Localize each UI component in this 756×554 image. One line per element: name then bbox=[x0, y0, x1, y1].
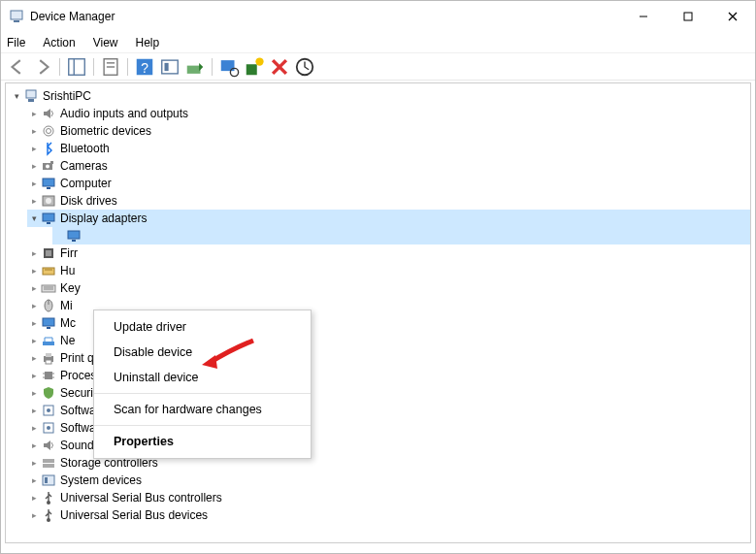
expander-icon[interactable] bbox=[27, 213, 41, 223]
tree-category[interactable]: Bluetooth bbox=[27, 140, 750, 157]
expander-icon[interactable] bbox=[27, 336, 41, 345]
window-title: Device Manager bbox=[30, 10, 621, 23]
expander-icon[interactable] bbox=[10, 91, 23, 101]
fingerprint-icon bbox=[41, 123, 56, 139]
expander-icon[interactable] bbox=[27, 161, 41, 171]
tree-root[interactable]: SrishtiPC bbox=[10, 87, 750, 105]
svg-point-61 bbox=[47, 426, 50, 430]
expander-icon[interactable] bbox=[27, 388, 41, 398]
expander-icon[interactable] bbox=[27, 371, 41, 380]
svg-point-28 bbox=[46, 165, 49, 169]
scan-hardware-button[interactable] bbox=[218, 56, 240, 78]
device-tree[interactable]: SrishtiPCAudio inputs and outputsBiometr… bbox=[6, 83, 750, 528]
tree-category[interactable]: System devices bbox=[27, 472, 750, 489]
bluetooth-icon bbox=[41, 141, 56, 156]
svg-rect-39 bbox=[46, 250, 51, 256]
tree-category[interactable]: Computer bbox=[27, 175, 750, 192]
toolbar-sep bbox=[59, 58, 60, 76]
maximize-button[interactable] bbox=[666, 1, 710, 32]
svg-rect-47 bbox=[43, 318, 54, 326]
expander-icon[interactable] bbox=[27, 248, 41, 258]
toolbar-sep bbox=[93, 58, 94, 76]
menu-file[interactable]: File bbox=[7, 36, 25, 49]
expander-icon[interactable] bbox=[27, 423, 41, 433]
toolbar-sep bbox=[127, 58, 128, 76]
menu-view[interactable]: View bbox=[93, 36, 118, 49]
tree-node-label: Display adapters bbox=[60, 212, 147, 225]
context-menu-item[interactable]: Uninstall device bbox=[94, 365, 311, 390]
uninstall-button[interactable] bbox=[269, 56, 290, 78]
tree-node-label: SrishtiPC bbox=[43, 89, 91, 103]
context-menu-item[interactable]: Properties bbox=[94, 429, 311, 454]
tree-category[interactable]: Display adapters bbox=[27, 210, 750, 227]
expander-icon[interactable] bbox=[27, 283, 41, 293]
menu-help[interactable]: Help bbox=[136, 36, 160, 49]
close-button[interactable] bbox=[710, 1, 755, 32]
svg-rect-14 bbox=[165, 62, 169, 70]
expander-icon[interactable] bbox=[27, 440, 41, 450]
svg-rect-3 bbox=[684, 13, 692, 20]
context-menu-item[interactable]: Scan for hardware changes bbox=[94, 397, 311, 422]
context-menu-item[interactable]: Update driver bbox=[94, 314, 311, 340]
tree-node-label: Firr bbox=[60, 246, 99, 260]
tree-device[interactable] bbox=[52, 227, 750, 244]
add-legacy-button[interactable] bbox=[244, 56, 265, 78]
svg-point-66 bbox=[47, 501, 50, 505]
tree-category[interactable]: Universal Serial Bus controllers bbox=[27, 489, 750, 506]
disable-device-button[interactable] bbox=[294, 56, 315, 78]
svg-rect-64 bbox=[43, 475, 54, 485]
expander-icon[interactable] bbox=[27, 353, 41, 363]
usb-icon bbox=[41, 490, 56, 505]
expander-icon[interactable] bbox=[27, 126, 41, 136]
tree-category[interactable]: Firr bbox=[27, 244, 750, 262]
menu-action[interactable]: Action bbox=[43, 36, 75, 49]
speaker-icon bbox=[41, 106, 56, 121]
forward-button[interactable] bbox=[32, 56, 53, 78]
back-button[interactable] bbox=[7, 56, 28, 78]
update-drivers-button[interactable] bbox=[184, 56, 206, 78]
svg-rect-49 bbox=[43, 342, 54, 345]
svg-rect-37 bbox=[72, 240, 76, 242]
svg-rect-23 bbox=[26, 90, 36, 98]
network-icon bbox=[41, 333, 56, 348]
expander-icon[interactable] bbox=[27, 458, 41, 468]
tree-node-label: Key bbox=[60, 281, 99, 295]
printer-icon bbox=[41, 350, 56, 366]
expander-icon[interactable] bbox=[27, 493, 41, 503]
expander-icon[interactable] bbox=[27, 196, 41, 206]
cpu-icon bbox=[41, 368, 56, 383]
svg-point-67 bbox=[47, 518, 50, 522]
tree-category[interactable]: Cameras bbox=[27, 157, 750, 175]
tree-node-label: Hu bbox=[60, 264, 99, 277]
expander-icon[interactable] bbox=[27, 144, 41, 153]
context-menu-separator bbox=[94, 425, 311, 426]
show-hide-tree-button[interactable] bbox=[66, 56, 87, 78]
action-button[interactable] bbox=[159, 56, 181, 78]
svg-rect-65 bbox=[45, 477, 48, 483]
tree-category[interactable]: Universal Serial Bus devices bbox=[27, 506, 750, 524]
minimize-button[interactable] bbox=[621, 1, 666, 32]
hid-icon bbox=[41, 263, 56, 278]
tree-category[interactable]: Audio inputs and outputs bbox=[27, 105, 750, 122]
expander-icon[interactable] bbox=[27, 406, 41, 415]
disk-icon bbox=[41, 193, 56, 209]
expander-icon[interactable] bbox=[27, 510, 41, 520]
context-menu-separator bbox=[94, 393, 311, 394]
tree-category[interactable]: Biometric devices bbox=[27, 122, 750, 140]
component-icon bbox=[41, 403, 56, 418]
tree-category[interactable]: Key bbox=[27, 279, 750, 297]
tree-category[interactable]: Disk drives bbox=[27, 192, 750, 210]
expander-icon[interactable] bbox=[27, 301, 41, 310]
tree-category[interactable]: Hu bbox=[27, 262, 750, 279]
monitor-icon bbox=[41, 315, 56, 331]
context-menu-item[interactable]: Disable device bbox=[94, 340, 311, 365]
monitor-icon bbox=[41, 176, 56, 191]
help-button[interactable]: ? bbox=[134, 56, 155, 78]
expander-icon[interactable] bbox=[27, 475, 41, 485]
svg-rect-24 bbox=[28, 99, 34, 102]
expander-icon[interactable] bbox=[27, 109, 41, 118]
expander-icon[interactable] bbox=[27, 179, 41, 188]
expander-icon[interactable] bbox=[27, 266, 41, 276]
expander-icon[interactable] bbox=[27, 318, 41, 328]
properties-button[interactable] bbox=[100, 56, 121, 78]
